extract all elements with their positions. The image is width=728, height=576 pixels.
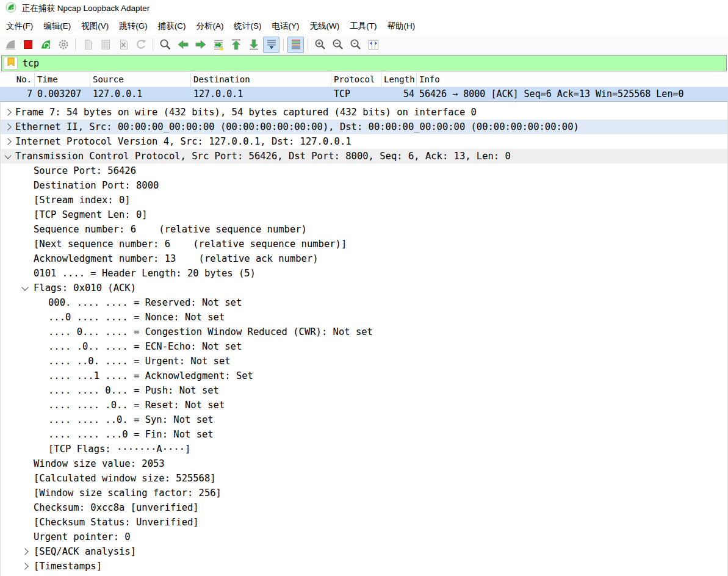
column-header-source[interactable]: Source bbox=[90, 73, 191, 87]
resize-columns-button[interactable] bbox=[365, 37, 381, 53]
packet-cell-no: 7 bbox=[0, 87, 35, 101]
table-resize-icon bbox=[367, 38, 380, 51]
menu-item-2[interactable]: 视图(V) bbox=[76, 18, 114, 34]
tree-line[interactable]: Sequence number: 6 (relative sequence nu… bbox=[1, 222, 727, 237]
tree-line[interactable]: 000. .... .... = Reserved: Not set bbox=[1, 295, 727, 310]
column-header-protocol[interactable]: Protocol bbox=[331, 73, 381, 87]
next-packet-button[interactable] bbox=[192, 37, 209, 53]
tree-line[interactable]: [Timestamps] bbox=[1, 559, 727, 574]
arrow-left-icon bbox=[176, 38, 190, 51]
tree-line-text: .... .... .0.. = Reset: Not set bbox=[1, 398, 225, 412]
menu-item-1[interactable]: 编辑(E) bbox=[38, 18, 76, 34]
menu-item-6[interactable]: 统计(S) bbox=[229, 18, 267, 34]
title-bar: 正在捕获 Npcap Loopback Adapter bbox=[0, 0, 728, 17]
magnifier-plus-icon bbox=[314, 38, 327, 51]
packet-list-rows: 70.003207127.0.0.1127.0.0.1TCP5456426 → … bbox=[0, 87, 728, 101]
tree-line[interactable]: Flags: 0x010 (ACK) bbox=[1, 281, 727, 295]
menu-item-5[interactable]: 分析(A) bbox=[192, 18, 229, 34]
column-header-time[interactable]: Time bbox=[35, 73, 90, 87]
magnifier-minus-icon bbox=[331, 38, 345, 51]
menu-item-3[interactable]: 跳转(G) bbox=[114, 18, 153, 34]
packet-row[interactable]: 70.003207127.0.0.1127.0.0.1TCP5456426 → … bbox=[0, 87, 728, 101]
tree-line[interactable]: Acknowledgment number: 13 (relative ack … bbox=[1, 251, 727, 266]
tree-line[interactable]: [TCP Flags: ·······A····] bbox=[1, 442, 727, 456]
tree-line-text: .... .... ..0. = Syn: Not set bbox=[1, 412, 214, 427]
packet-cell-source: 127.0.0.1 bbox=[90, 87, 191, 101]
tree-line[interactable]: Internet Protocol Version 4, Src: 127.0.… bbox=[1, 134, 727, 149]
tree-line[interactable]: [Calculated window size: 525568] bbox=[1, 471, 727, 486]
filter-bookmark-button[interactable] bbox=[4, 57, 18, 70]
zoom-out-button[interactable] bbox=[330, 37, 346, 53]
tree-line-text: Window size value: 2053 bbox=[1, 456, 165, 471]
goto-packet-button[interactable] bbox=[210, 37, 226, 53]
previous-packet-button[interactable] bbox=[175, 37, 191, 53]
restart-capture-button[interactable] bbox=[37, 37, 54, 53]
main-toolbar bbox=[0, 35, 728, 54]
packet-cell-info: 56426 → 8000 [ACK] Seq=6 Ack=13 Win=5255… bbox=[417, 87, 728, 101]
tree-line[interactable]: [Next sequence number: 6 (relative seque… bbox=[1, 237, 727, 251]
column-header-info[interactable]: Info bbox=[417, 73, 728, 87]
last-packet-button[interactable] bbox=[245, 37, 262, 53]
tree-line[interactable]: Ethernet II, Src: 00:00:00_00:00:00 (00:… bbox=[1, 120, 727, 134]
tree-line-text: Urgent pointer: 0 bbox=[1, 530, 131, 544]
display-filter-input[interactable]: tcp bbox=[1, 55, 727, 71]
menu-item-9[interactable]: 工具(T) bbox=[345, 18, 381, 34]
tree-line-text: [TCP Segment Len: 0] bbox=[1, 207, 148, 222]
tree-line[interactable]: .... .... 0... = Push: Not set bbox=[1, 383, 727, 398]
tree-line[interactable]: [SEQ/ACK analysis] bbox=[1, 544, 727, 559]
tree-line[interactable]: Checksum: 0xcc8a [unverified] bbox=[1, 500, 727, 515]
wireshark-logo-icon bbox=[5, 2, 16, 15]
tree-line[interactable]: .... .0.. .... = ECN-Echo: Not set bbox=[1, 339, 727, 354]
doc-blank-icon bbox=[81, 38, 95, 51]
tree-line[interactable]: Urgent pointer: 0 bbox=[1, 530, 727, 544]
auto-scroll-button[interactable] bbox=[263, 37, 279, 53]
find-packet-button[interactable] bbox=[157, 37, 173, 53]
column-header-length[interactable]: Length bbox=[381, 73, 417, 87]
tree-line[interactable]: Destination Port: 8000 bbox=[1, 178, 727, 193]
menu-item-8[interactable]: 无线(W) bbox=[305, 18, 345, 34]
tree-line-text: 0101 .... = Header Length: 20 bytes (5) bbox=[1, 266, 256, 281]
column-header-destination[interactable]: Destination bbox=[191, 73, 331, 87]
capture-options-button[interactable] bbox=[55, 37, 71, 53]
tree-line-text: Flags: 0x010 (ACK) bbox=[1, 281, 136, 295]
tree-line-text: Checksum: 0xcc8a [unverified] bbox=[1, 500, 199, 515]
menu-item-4[interactable]: 捕获(C) bbox=[153, 18, 191, 34]
tree-line[interactable]: .... 0... .... = Congestion Window Reduc… bbox=[1, 325, 727, 339]
column-header-no[interactable]: No. bbox=[0, 73, 35, 87]
stop-capture-button[interactable] bbox=[20, 37, 36, 53]
tree-line[interactable]: Transmission Control Protocol, Src Port:… bbox=[1, 149, 727, 164]
tree-line[interactable]: .... .... ..0. = Syn: Not set bbox=[1, 412, 727, 427]
tree-line[interactable]: Frame 7: 54 bytes on wire (432 bits), 54… bbox=[1, 105, 727, 120]
tree-line[interactable]: 0101 .... = Header Length: 20 bytes (5) bbox=[1, 266, 727, 281]
tree-line[interactable]: .... ...1 .... = Acknowledgment: Set bbox=[1, 369, 727, 383]
tree-line[interactable]: .... .... ...0 = Fin: Not set bbox=[1, 427, 727, 442]
tree-line[interactable]: Source Port: 56426 bbox=[1, 164, 727, 178]
tree-line[interactable]: ...0 .... .... = Nonce: Not set bbox=[1, 310, 727, 325]
toolbar-separator bbox=[75, 38, 76, 51]
first-packet-button[interactable] bbox=[228, 37, 244, 53]
tree-line[interactable]: [Checksum Status: Unverified] bbox=[1, 515, 727, 530]
doc-grid-icon bbox=[99, 38, 112, 51]
tree-line[interactable]: [TCP Segment Len: 0] bbox=[1, 207, 727, 222]
start-capture-button bbox=[2, 37, 18, 53]
menu-item-0[interactable]: 文件(F) bbox=[1, 18, 38, 34]
packet-cell-protocol: TCP bbox=[331, 87, 381, 101]
tree-line[interactable]: [Stream index: 0] bbox=[1, 193, 727, 207]
toolbar-separator bbox=[308, 38, 308, 51]
tree-line[interactable]: Window size value: 2053 bbox=[1, 456, 727, 471]
tree-line[interactable]: .... .... .0.. = Reset: Not set bbox=[1, 398, 727, 412]
zoom-in-button[interactable] bbox=[312, 37, 328, 53]
save-file-button bbox=[97, 37, 114, 53]
colorize-packets-button[interactable] bbox=[287, 37, 304, 53]
gear-icon bbox=[57, 38, 70, 51]
tree-line-text: Sequence number: 6 (relative sequence nu… bbox=[1, 222, 307, 237]
tree-line-text: .... ..0. .... = Urgent: Not set bbox=[1, 354, 231, 369]
tree-line[interactable]: [Window size scaling factor: 256] bbox=[1, 486, 727, 500]
menu-item-7[interactable]: 电话(Y) bbox=[267, 18, 305, 34]
menu-item-10[interactable]: 帮助(H) bbox=[382, 18, 420, 34]
zoom-normal-button[interactable] bbox=[347, 37, 364, 53]
tree-line[interactable]: .... ..0. .... = Urgent: Not set bbox=[1, 354, 727, 369]
open-file-button bbox=[79, 37, 96, 53]
packet-detail-pane: Frame 7: 54 bytes on wire (432 bits), 54… bbox=[0, 101, 728, 576]
tree-line-text: Source Port: 56426 bbox=[1, 164, 136, 178]
